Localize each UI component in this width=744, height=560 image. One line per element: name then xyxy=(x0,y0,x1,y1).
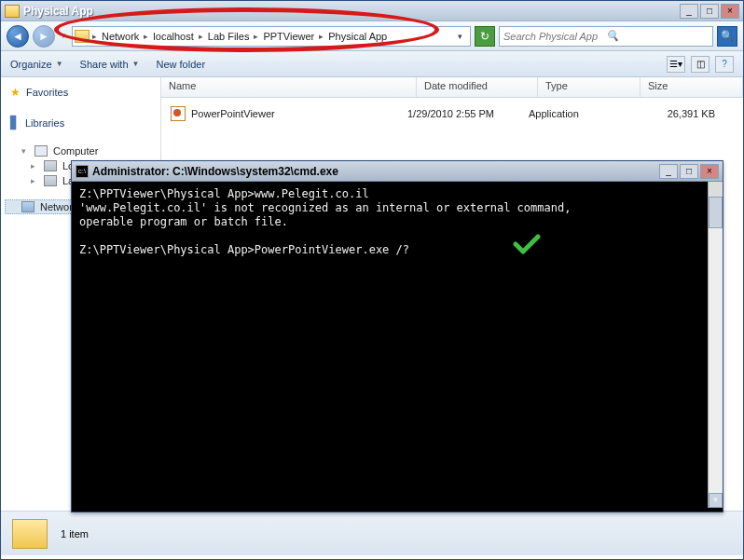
preview-pane-button[interactable]: ◫ xyxy=(691,56,710,73)
back-button[interactable]: ◄ xyxy=(7,25,29,48)
address-bar[interactable]: ▸ Network ▸ localhost ▸ Lab Files ▸ PPTV… xyxy=(72,26,471,47)
file-date: 1/29/2010 2:55 PM xyxy=(407,108,529,119)
history-dropdown[interactable]: ▼ xyxy=(59,25,68,48)
star-icon: ★ xyxy=(10,86,21,99)
drive-icon xyxy=(44,175,57,186)
expand-icon[interactable]: ▸ xyxy=(31,176,38,185)
file-name: PowerPointViewer xyxy=(191,108,407,119)
folder-icon xyxy=(12,519,48,549)
cmd-output[interactable]: Z:\PPTViewer\Physical App>www.Pelegit.co… xyxy=(72,182,723,508)
minimize-button[interactable]: _ xyxy=(680,4,698,19)
scroll-down-button[interactable]: ▼ xyxy=(709,493,723,508)
new-folder-button[interactable]: New folder xyxy=(156,59,205,70)
explorer-titlebar[interactable]: Physical App _ □ × xyxy=(1,1,743,21)
column-headers: Name Date modified Type Size xyxy=(161,77,743,98)
column-type[interactable]: Type xyxy=(538,77,641,97)
search-icon: 🔍 xyxy=(606,30,709,42)
cmd-icon: c:\ xyxy=(76,165,89,178)
cmd-titlebar[interactable]: c:\ Administrator: C:\Windows\system32\c… xyxy=(72,161,723,182)
breadcrumb-pptviewer[interactable]: PPTViewer xyxy=(259,31,318,42)
cmd-scrollbar[interactable]: ▲ ▼ xyxy=(708,182,723,508)
window-title: Physical App xyxy=(23,5,680,18)
expand-icon[interactable]: ▸ xyxy=(31,161,38,171)
cmd-minimize-button[interactable]: _ xyxy=(659,164,678,179)
column-date[interactable]: Date modified xyxy=(417,77,538,97)
network-icon xyxy=(21,201,34,212)
breadcrumb-physicalapp[interactable]: Physical App xyxy=(324,31,391,42)
maximize-button[interactable]: □ xyxy=(700,4,719,19)
check-icon xyxy=(513,233,541,255)
chevron-right-icon: ▸ xyxy=(91,32,98,41)
command-toolbar: Organize▼ Share with▼ New folder ☰▾ ◫ ? xyxy=(1,51,743,77)
file-type: Application xyxy=(529,108,631,119)
refresh-button[interactable]: ↻ xyxy=(475,26,495,47)
collapse-icon[interactable]: ▾ xyxy=(21,146,29,156)
application-icon xyxy=(171,106,186,121)
cmd-window[interactable]: c:\ Administrator: C:\Windows\system32\c… xyxy=(71,160,723,512)
breadcrumb-dropdown[interactable]: ▾ xyxy=(452,32,468,41)
navigation-bar: ◄ ► ▼ ▸ Network ▸ localhost ▸ Lab Files … xyxy=(1,21,743,51)
folder-icon xyxy=(5,5,20,18)
close-button[interactable]: × xyxy=(721,4,739,19)
help-button[interactable]: ? xyxy=(715,56,734,73)
libraries-header[interactable]: ▋ Libraries xyxy=(5,113,157,132)
chevron-down-icon: ▼ xyxy=(56,60,63,68)
computer-icon xyxy=(34,145,48,157)
search-placeholder: Search Physical App xyxy=(503,31,606,42)
drive-icon xyxy=(44,160,57,171)
share-button[interactable]: Share with▼ xyxy=(80,59,140,70)
breadcrumb-labfiles[interactable]: Lab Files xyxy=(204,31,254,42)
column-name[interactable]: Name xyxy=(161,77,417,97)
cmd-maximize-button[interactable]: □ xyxy=(680,164,698,179)
column-size[interactable]: Size xyxy=(641,77,743,97)
details-count: 1 item xyxy=(61,528,89,540)
chevron-right-icon: ▸ xyxy=(198,32,204,41)
cmd-title-text: Administrator: C:\Windows\system32\cmd.e… xyxy=(92,165,655,178)
chevron-down-icon: ▼ xyxy=(132,60,140,68)
scroll-track[interactable] xyxy=(709,197,723,493)
forward-button[interactable]: ► xyxy=(33,25,55,48)
search-go-button[interactable]: 🔍 xyxy=(717,26,737,47)
breadcrumb-localhost[interactable]: localhost xyxy=(149,31,197,42)
favorites-header[interactable]: ★ Favorites xyxy=(5,83,157,102)
breadcrumb-network[interactable]: Network xyxy=(98,31,143,42)
cmd-close-button[interactable]: × xyxy=(700,164,719,179)
folder-icon xyxy=(75,30,90,43)
sidebar-computer[interactable]: ▾ Computer xyxy=(5,143,157,158)
chevron-right-icon: ▸ xyxy=(318,32,324,41)
search-input[interactable]: Search Physical App 🔍 xyxy=(499,26,713,47)
chevron-right-icon: ▸ xyxy=(143,32,149,41)
details-pane: 1 item xyxy=(1,511,743,555)
view-options-button[interactable]: ☰▾ xyxy=(667,56,685,73)
chevron-right-icon: ▸ xyxy=(253,32,259,41)
scroll-thumb[interactable] xyxy=(709,197,723,228)
libraries-icon: ▋ xyxy=(10,116,20,130)
file-size: 26,391 KB xyxy=(631,108,734,119)
file-row[interactable]: PowerPointViewer 1/29/2010 2:55 PM Appli… xyxy=(163,103,741,124)
organize-button[interactable]: Organize▼ xyxy=(10,59,63,70)
